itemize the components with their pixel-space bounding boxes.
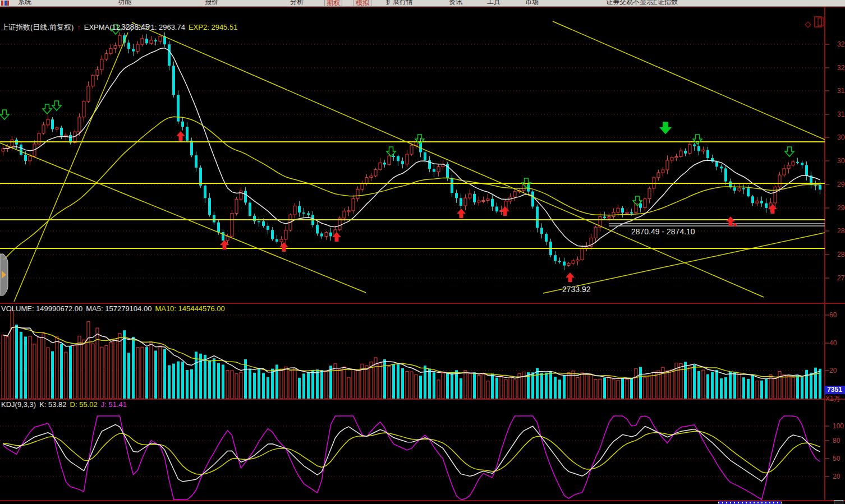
sell-arrow-icon [785,147,794,156]
buy-arrow-icon [279,242,288,252]
sell-arrow-icon [0,110,9,119]
exp2-value: EXP2: 2945.51 [189,23,237,31]
volume-unit-label: X1万 [825,394,841,404]
buy-arrow-icon [176,131,185,141]
buy-arrow-icon [457,209,466,218]
sell-arrow-icon [660,122,671,133]
kdj-j-value: J: 51.41 [101,400,127,409]
price-axis-label-1: 3200 [837,64,845,72]
menu-item-0[interactable]: 系统 [18,0,31,7]
pane-borders [0,7,845,501]
pane-corner-icons[interactable] [805,17,824,27]
selected-date-badge [718,501,782,504]
price-annotation-1: 2870.49 - 2874.10 [631,227,695,236]
kdj-axis-label-2: 50 [833,455,840,463]
kdj-axis-label-0: 100 [833,422,844,430]
buy-arrow-icon [332,232,341,242]
menu-item-9[interactable]: 市场 [525,0,539,7]
up-arrow-icon: ↑ [77,23,81,31]
signal-arrows [0,25,794,282]
menu-bar: 系统功能报价分析期权模拟扩展行情资讯工具市场证券交易不显示上证指数 [0,0,845,7]
price-annotation-2: 2733.92 [562,285,591,294]
last-volume-badge: 7351 [824,386,845,394]
price-axis-label-6: 2950 [837,181,845,188]
menu-item-8[interactable]: 工具 [487,0,500,7]
app-logo-icon[interactable] [1,1,9,6]
kdj-title: KDJ(9,3,3)K: 53.82D: 55.02J: 51.41 [1,400,130,409]
price-axis-label-8: 2850 [837,227,845,235]
price-axis-label-7: 2900 [837,204,845,212]
menu-item-7[interactable]: 资讯 [449,0,462,7]
price-axis-label-9: 2800 [837,251,845,258]
menu-item-5[interactable]: 模拟 [353,0,371,7]
left-flyout-tab[interactable] [0,254,8,295]
buy-arrow-icon [566,272,575,282]
kdj-axis-label-1: 80 [833,437,840,445]
volume-axis-label-2: 20 [829,367,837,374]
menu-item-4[interactable]: 期权 [324,0,342,7]
candlesticks [2,32,821,270]
corner-resize-box[interactable] [834,500,843,504]
menu-right-item-1[interactable]: 上证指数 [651,0,678,7]
diamond-icon [805,22,811,27]
kdj-d-value: D: 55.02 [70,400,98,409]
sell-arrow-icon [387,147,396,156]
menu-item-3[interactable]: 分析 [290,0,304,7]
sell-arrow-icon [43,104,52,114]
menu-item-6[interactable]: 扩展行情 [386,0,413,7]
gap-lines [609,223,825,226]
volume-ma10-value: MA10: 145444576.00 [155,304,224,313]
volume-axis-label-1: 40 [829,339,837,347]
menu-item-2[interactable]: 报价 [205,0,218,7]
price-axis-label-10: 2750 [837,274,845,282]
menu-item-1[interactable]: 功能 [118,0,131,7]
kdj-axis-label-3: 20 [833,473,840,480]
kdj-lines [3,416,820,500]
price-axis-label-0: 3250 [837,40,845,48]
volume-bars [2,311,821,399]
price-axis-label-3: 3100 [837,110,845,118]
price-axis-label-2: 3150 [837,87,845,95]
menu-right-item-0[interactable]: 证券交易不显示 [606,0,653,7]
kdj-k-value: K: 53.82 [39,400,66,409]
symbol-label: 上证指数(日线.前复权) [1,23,74,31]
horizontal-levels[interactable] [0,142,825,248]
volume-ma5-value: MA5: 157279104.00 [86,304,151,313]
volume-axis-label-0: 60 [829,311,837,319]
volume-title: VOLUME: 149990672.00MA5: 157279104.00MA1… [1,304,228,313]
price-axis-label-4: 3050 [837,133,845,141]
trading-app-window: 系统功能报价分析期权模拟扩展行情资讯工具市场证券交易不显示上证指数 上证指数(日… [0,0,845,504]
sell-arrow-icon [52,101,61,110]
price-grid [0,44,829,278]
price-axis-label-5: 3000 [837,157,845,165]
volume-value: VOLUME: 149990672.00 [1,304,82,313]
charts-canvas[interactable] [0,0,845,504]
kdj-name: KDJ(9,3,3) [1,400,36,409]
price-annotation-0: 3288.45 [121,22,150,31]
sell-arrow-icon [693,135,702,144]
